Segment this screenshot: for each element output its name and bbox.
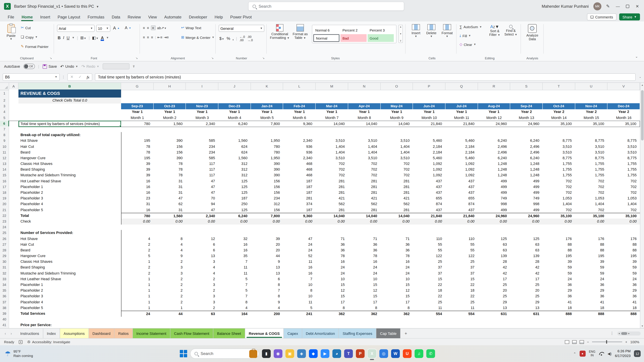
- cell-V7[interactable]: [608, 126, 640, 132]
- row-header-12[interactable]: 12: [0, 155, 9, 161]
- cell-O37[interactable]: 17: [380, 299, 413, 305]
- cell-I7[interactable]: [186, 126, 218, 132]
- cell-B16[interactable]: Hot Leather Head Shave: [18, 178, 121, 184]
- zoom-app-icon[interactable]: ▶: [321, 349, 330, 358]
- paste-button[interactable]: Paste▼: [3, 24, 19, 40]
- cell-J19[interactable]: 187: [218, 195, 251, 201]
- cell-I10[interactable]: 234: [186, 144, 218, 150]
- cell-U37[interactable]: 41: [575, 299, 608, 305]
- autosave-toggle[interactable]: Off: [23, 64, 35, 69]
- cell-B36[interactable]: Placeholder 3: [18, 294, 121, 300]
- align-top-button[interactable]: ≡: [143, 26, 146, 30]
- cell-V1[interactable]: [608, 89, 640, 98]
- cell-I34[interactable]: 3: [186, 282, 218, 288]
- sheet-tab-capex[interactable]: Capex: [284, 329, 302, 338]
- cell-T29[interactable]: 195: [543, 253, 575, 259]
- cell-R35[interactable]: 20: [478, 288, 510, 294]
- scroll-down-icon[interactable]: ▼: [640, 325, 644, 327]
- cell-T35[interactable]: 29: [543, 288, 575, 294]
- cell-O39[interactable]: 362: [380, 311, 413, 317]
- cell-G20[interactable]: 31: [121, 201, 154, 207]
- menu-tab-help[interactable]: Help: [211, 13, 226, 21]
- cell-I31[interactable]: 4: [186, 265, 218, 271]
- cell-M40[interactable]: [316, 317, 348, 323]
- cell-H17[interactable]: 31: [154, 184, 186, 190]
- cell-T21[interactable]: 702: [543, 207, 575, 213]
- column-header-O[interactable]: O: [380, 83, 413, 90]
- cell-S32[interactable]: 42: [510, 270, 543, 276]
- cell-I9[interactable]: 585: [186, 138, 218, 144]
- cell-G1[interactable]: [121, 89, 154, 98]
- whatsapp-icon[interactable]: ✆: [426, 349, 435, 358]
- cell-G14[interactable]: 39: [121, 167, 154, 173]
- row-header-14[interactable]: 14: [0, 167, 9, 173]
- cell-I21[interactable]: 47: [186, 207, 218, 213]
- cell-N27[interactable]: 36: [348, 242, 380, 248]
- cell-R3[interactable]: Aug-24: [478, 103, 510, 109]
- cell-A31[interactable]: [9, 265, 18, 271]
- cell-A21[interactable]: [9, 207, 18, 213]
- cell-H23[interactable]: 0.00: [154, 219, 186, 225]
- teams-icon[interactable]: T: [344, 349, 353, 358]
- cell-O15[interactable]: 702: [380, 172, 413, 178]
- cell-G41[interactable]: [121, 322, 154, 328]
- cell-O12[interactable]: 3,510: [380, 155, 413, 161]
- cell-B5[interactable]: [18, 115, 121, 121]
- cell-G39[interactable]: 24: [121, 311, 154, 317]
- cell-A15[interactable]: [9, 172, 18, 178]
- cell-M39[interactable]: 362: [316, 311, 348, 317]
- row-header-3[interactable]: 3: [0, 103, 9, 109]
- cell-M33[interactable]: 10: [316, 276, 348, 282]
- cell-K25[interactable]: [251, 230, 283, 236]
- cell-T11[interactable]: 3,510: [543, 149, 575, 155]
- cell-J13[interactable]: 312: [218, 161, 251, 167]
- cell-O18[interactable]: 281: [380, 190, 413, 196]
- cell-J2[interactable]: [218, 97, 251, 104]
- shrink-font-button[interactable]: A▼: [125, 25, 131, 30]
- cell-L38[interactable]: 5: [283, 305, 316, 311]
- cell-T25[interactable]: [543, 230, 575, 236]
- cell-H3[interactable]: Oct-23: [154, 103, 186, 109]
- cell-T30[interactable]: 39: [543, 259, 575, 265]
- cell-P12[interactable]: 5,460: [413, 155, 445, 161]
- cell-A16[interactable]: [9, 178, 18, 184]
- cell-K17[interactable]: 156: [251, 184, 283, 190]
- cell-N38[interactable]: 8: [348, 305, 380, 311]
- cell-K1[interactable]: [251, 89, 283, 98]
- confirm-entry-icon[interactable]: ✓: [78, 75, 82, 79]
- fill-button[interactable]: ⤓Fill▼: [460, 33, 471, 38]
- cell-K41[interactable]: [251, 322, 283, 328]
- row-header-15[interactable]: 15: [0, 172, 9, 178]
- cell-Q32[interactable]: 37: [446, 270, 478, 276]
- cell-H14[interactable]: 78: [154, 167, 186, 173]
- cell-T40[interactable]: [543, 317, 575, 323]
- formula-input[interactable]: Total time spent by barbers of services …: [95, 73, 636, 81]
- font-name-select[interactable]: Arial▼: [57, 25, 94, 32]
- save-button[interactable]: Save: [42, 64, 57, 68]
- cell-O29[interactable]: 78: [380, 253, 413, 259]
- cell-J24[interactable]: [218, 224, 251, 230]
- cell-O6[interactable]: 14,040: [380, 121, 413, 127]
- cell-M5[interactable]: Month 7: [316, 115, 348, 121]
- cell-Q31[interactable]: 37: [446, 265, 478, 271]
- sheet-tab-debt-amortization[interactable]: Debt Amortization: [302, 329, 339, 338]
- cell-I41[interactable]: [186, 322, 218, 328]
- increase-indent-button[interactable]: ⇥≡: [164, 35, 169, 39]
- cell-Q35[interactable]: 18: [446, 288, 478, 294]
- cell-G40[interactable]: [121, 317, 154, 323]
- cell-P1[interactable]: [413, 89, 445, 98]
- cell-P25[interactable]: [413, 230, 445, 236]
- conditional-formatting-button[interactable]: ConditionalFormatting ▼: [270, 24, 290, 39]
- cell-I36[interactable]: 3: [186, 294, 218, 300]
- sheet-tab-cash-flow-statement[interactable]: Cash Flow Statement: [170, 329, 213, 338]
- cell-Q9[interactable]: 5,460: [446, 138, 478, 144]
- cell-O32[interactable]: 24: [380, 270, 413, 276]
- cell-P4[interactable]: Year 1: [413, 109, 445, 115]
- cell-U29[interactable]: 195: [575, 253, 608, 259]
- cell-U14[interactable]: 1,755: [575, 167, 608, 173]
- analyze-data-button[interactable]: AnalyzeData: [523, 24, 541, 41]
- cell-N35[interactable]: 12: [348, 288, 380, 294]
- cell-A1[interactable]: [9, 89, 18, 98]
- cell-P11[interactable]: 2,184: [413, 149, 445, 155]
- cell-B18[interactable]: Placeholder 2: [18, 190, 121, 196]
